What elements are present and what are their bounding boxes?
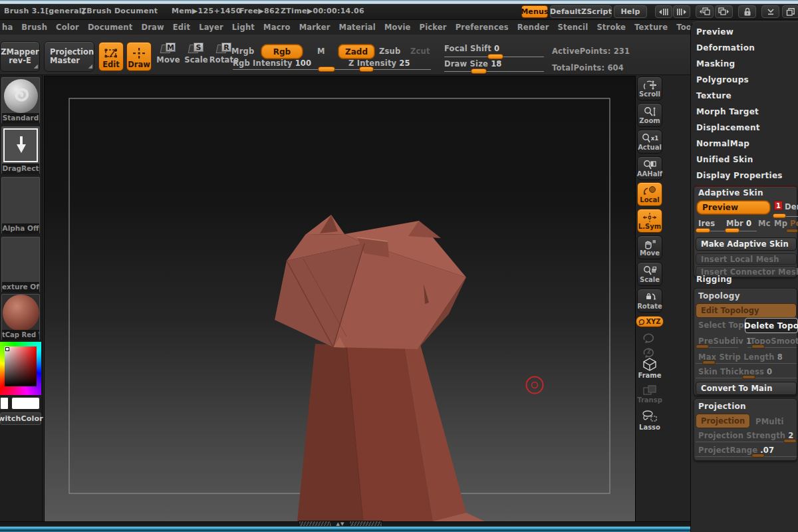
presubdiv-knob[interactable]	[696, 344, 709, 348]
transp-button[interactable]: Transp	[637, 384, 662, 404]
project-range-track[interactable]	[696, 456, 797, 457]
local-transform-button[interactable]: Local	[637, 182, 662, 206]
make-adaptive-skin-button[interactable]: Make Adaptive Skin	[696, 237, 797, 251]
section-normalmap[interactable]: NormalMap	[696, 139, 749, 148]
current-alpha-thumbnail[interactable]: Alpha Off	[1, 177, 40, 234]
section-rigging[interactable]: Rigging	[696, 275, 732, 284]
menu-draw[interactable]: Draw	[141, 23, 164, 32]
lasso-button[interactable]: Lasso	[637, 410, 662, 431]
project-range-knob[interactable]	[751, 454, 765, 458]
mbr-knob[interactable]	[725, 228, 739, 233]
max-strip-knob[interactable]	[702, 360, 716, 364]
section-unified-skin[interactable]: Unified Skin	[696, 155, 753, 164]
scroll-canvas-button[interactable]: Scroll	[637, 76, 662, 100]
current-material-thumbnail[interactable]: tCap Red Wa	[1, 294, 40, 340]
ires-slider-label[interactable]: Ires	[698, 219, 715, 228]
section-displacement[interactable]: Displacement	[696, 123, 760, 132]
menu-render[interactable]: Render	[517, 23, 549, 32]
z-intensity-track[interactable]	[338, 69, 431, 70]
m-toggle[interactable]: M	[317, 47, 325, 56]
z-intensity-knob[interactable]	[359, 66, 374, 72]
rotate-z-button[interactable]	[641, 345, 657, 358]
frame-button[interactable]: Frame	[637, 358, 662, 379]
menu-marker[interactable]: Marker	[299, 23, 331, 32]
z-intensity-slider-label[interactable]: Z Intensity25	[348, 59, 410, 68]
restore-window-button[interactable]	[782, 5, 798, 18]
actual-size-button[interactable]: x1 Actual	[637, 130, 662, 154]
menu-stroke[interactable]: Stroke	[597, 23, 626, 32]
projection-strength-knob[interactable]	[783, 439, 797, 443]
menu-stencil[interactable]: Stencil	[558, 23, 589, 32]
xyz-rotation-button[interactable]: XYZ	[636, 316, 664, 327]
density-knob[interactable]	[773, 213, 786, 218]
section-polygroups[interactable]: Polygroups	[696, 75, 749, 84]
menu-color[interactable]: Color	[56, 23, 79, 32]
redo-strip-button[interactable]	[673, 5, 690, 18]
color-sv-square[interactable]	[5, 346, 37, 386]
menu-texture[interactable]: Texture	[634, 23, 668, 32]
menu-macro[interactable]: Macro	[263, 23, 291, 32]
mc-toggle[interactable]: Mc	[758, 219, 771, 228]
rgb-intensity-knob[interactable]	[318, 66, 335, 72]
zmapper-button[interactable]: ZMapper rev-E ◢	[0, 41, 40, 72]
zoom-canvas-button[interactable]: Zoom	[637, 103, 662, 127]
projection-toggle-button[interactable]: Projection	[696, 414, 750, 428]
current-brush-thumbnail[interactable]: Standard	[1, 77, 40, 124]
menus-button[interactable]: Menus	[521, 5, 548, 18]
select-topo-button[interactable]: Select Topo	[698, 321, 749, 330]
lock-button[interactable]	[738, 5, 756, 18]
menu-brush[interactable]: Brush	[21, 23, 47, 32]
local-symmetry-button[interactable]: L.Sym	[637, 209, 662, 233]
projection-strength-slider-label[interactable]: Projection Strength2	[698, 431, 793, 440]
minimize-button[interactable]	[761, 5, 779, 18]
edit-topology-button[interactable]: Edit Topology	[696, 303, 797, 318]
projection-strength-track[interactable]	[696, 442, 797, 442]
projection-header[interactable]: Projection	[698, 402, 746, 411]
zadd-toggle[interactable]: Zadd	[338, 44, 375, 59]
scale-mode-button[interactable]: S Scale	[184, 43, 209, 65]
skin-thickness-knob[interactable]	[742, 375, 755, 379]
menu-layer[interactable]: Layer	[199, 23, 223, 32]
scale-tool-button[interactable]: Scale	[637, 262, 662, 286]
undo-strip-button[interactable]	[655, 5, 672, 18]
document-canvas[interactable]	[44, 76, 636, 522]
section-preview[interactable]: Preview	[696, 27, 733, 37]
ires-knob[interactable]	[696, 228, 710, 233]
draw-size-track[interactable]	[444, 71, 544, 72]
delete-topo-button[interactable]: Delete Topo	[745, 318, 798, 333]
adaptive-skin-preview-button[interactable]: Preview	[696, 200, 771, 215]
density-slider-label[interactable]: Density	[785, 202, 798, 211]
projection-master-button[interactable]: Projection Master ◢	[44, 41, 94, 72]
switch-color-button[interactable]: witchColor	[0, 412, 41, 425]
menu-movie[interactable]: Movie	[384, 23, 411, 32]
topology-header[interactable]: Topology	[698, 291, 740, 301]
edit-mode-button[interactable]: Edit	[98, 42, 124, 71]
current-texture-thumbnail[interactable]: exture Off	[1, 237, 40, 293]
section-masking[interactable]: Masking	[696, 59, 735, 68]
menu-alpha[interactable]: ha	[2, 23, 13, 32]
rotate-tool-button[interactable]: Rotate	[637, 289, 662, 313]
rgb-toggle[interactable]: Rgb	[261, 44, 303, 59]
focal-shift-slider-label[interactable]: Focal Shift0	[444, 44, 499, 53]
zsub-toggle[interactable]: Zsub	[379, 47, 400, 56]
menu-material[interactable]: Material	[339, 23, 376, 32]
mrgb-toggle[interactable]: Mrgb	[231, 47, 254, 56]
main-color-swatch[interactable]	[11, 397, 40, 410]
zcut-toggle[interactable]: Zcut	[410, 47, 430, 56]
rgb-intensity-slider-label[interactable]: Rgb Intensity100	[233, 59, 311, 68]
next-document-button[interactable]	[715, 5, 733, 18]
move-tool-button[interactable]: Move	[637, 235, 662, 259]
mbr-slider-label[interactable]: Mbr0	[726, 219, 751, 228]
aa-half-button[interactable]: AAHalf	[637, 156, 662, 180]
convert-to-main-button[interactable]: Convert To Main	[696, 382, 797, 395]
skin-thickness-slider-label[interactable]: Skin Thickness0	[698, 367, 772, 376]
insert-local-mesh-button[interactable]: Insert Local Mesh	[696, 253, 797, 265]
pd-knob[interactable]	[786, 229, 798, 233]
pmulti-toggle[interactable]: PMulti	[755, 417, 784, 426]
section-morph-target[interactable]: Morph Target	[696, 107, 759, 116]
section-texture[interactable]: Texture	[696, 91, 732, 100]
draw-size-slider-label[interactable]: Draw Size18	[444, 59, 502, 68]
menu-picker[interactable]: Picker	[420, 23, 447, 32]
secondary-color-swatch[interactable]	[0, 397, 9, 410]
focal-shift-knob[interactable]	[487, 54, 503, 59]
